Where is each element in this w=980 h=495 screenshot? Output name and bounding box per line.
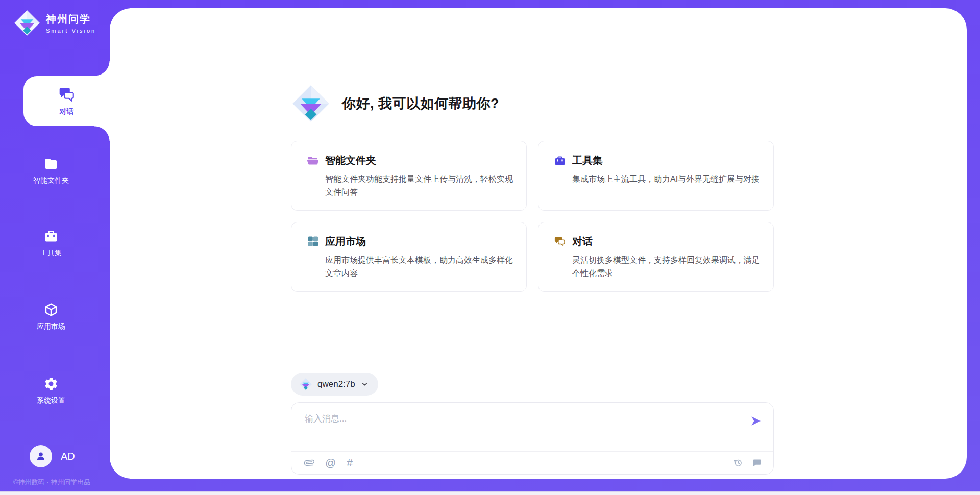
composer-toolbar: @ # bbox=[304, 452, 762, 474]
toolbox-icon bbox=[554, 155, 566, 167]
greeting-text: 你好, 我可以如何帮助你? bbox=[342, 94, 499, 113]
attachment-icon[interactable] bbox=[304, 457, 314, 468]
brand-logo-icon bbox=[13, 9, 41, 37]
card-title: 工具集 bbox=[572, 154, 603, 167]
feature-card-toolbox[interactable]: 工具集 集成市场上主流工具，助力AI与外界无缝扩展与对接 bbox=[538, 141, 774, 211]
footer-credit: ©神州数码 · 神州问学出品 bbox=[13, 478, 90, 487]
sidebar-item-label: 工具集 bbox=[40, 249, 62, 258]
brand[interactable]: 神州问学 Smart Vision bbox=[13, 9, 96, 37]
brand-name: 神州问学 bbox=[46, 12, 96, 26]
gear-icon bbox=[43, 376, 59, 391]
sidebar-item-label: 对话 bbox=[60, 107, 74, 116]
history-icon[interactable] bbox=[732, 457, 743, 468]
person-icon bbox=[34, 450, 47, 463]
sidebar-item-settings[interactable]: 系统设置 bbox=[18, 376, 84, 405]
sidebar-item-label: 系统设置 bbox=[37, 396, 65, 405]
chat-icon bbox=[554, 235, 566, 247]
card-description: 智能文件夹功能支持批量文件上传与清洗，轻松实现文件问答 bbox=[325, 172, 513, 199]
feature-card-app-market[interactable]: 应用市场 应用市场提供丰富长文本模板，助力高效生成多样化文章内容 bbox=[291, 222, 527, 292]
card-description: 灵活切换多模型文件，支持多样回复效果调试，满足个性化需求 bbox=[572, 254, 760, 280]
feature-card-smart-folder[interactable]: 智能文件夹 智能文件夹功能支持批量文件上传与清洗，轻松实现文件问答 bbox=[291, 141, 527, 211]
sidebar-item-label: 智能文件夹 bbox=[33, 176, 69, 185]
chat-icon bbox=[58, 86, 76, 103]
card-description: 应用市场提供丰富长文本模板，助力高效生成多样化文章内容 bbox=[325, 254, 513, 280]
send-button[interactable] bbox=[749, 415, 763, 429]
assistant-logo-icon bbox=[291, 84, 331, 123]
chevron-down-icon bbox=[360, 380, 369, 388]
model-logo-icon bbox=[299, 378, 312, 391]
folder-icon bbox=[43, 156, 59, 171]
grid-icon bbox=[307, 235, 319, 247]
brand-subtitle: Smart Vision bbox=[46, 28, 96, 34]
hash-icon[interactable]: # bbox=[347, 457, 353, 468]
window-bottom-edge bbox=[0, 491, 980, 495]
feedback-message-icon[interactable] bbox=[751, 457, 762, 468]
model-name: qwen2:7b bbox=[317, 379, 355, 389]
sidebar-item-toolbox[interactable]: 工具集 bbox=[18, 229, 84, 258]
user-initials: AD bbox=[61, 451, 75, 462]
message-input[interactable] bbox=[291, 403, 741, 449]
card-description: 集成市场上主流工具，助力AI与外界无缝扩展与对接 bbox=[572, 172, 760, 186]
sidebar: 神州问学 Smart Vision 对话 智能文件夹 工具集 应用市场 bbox=[0, 0, 110, 495]
sidebar-item-smart-folder[interactable]: 智能文件夹 bbox=[18, 156, 84, 185]
composer: @ # bbox=[291, 402, 774, 475]
sidebar-item-chat[interactable]: 对话 bbox=[23, 76, 110, 126]
sidebar-item-label: 应用市场 bbox=[37, 322, 65, 331]
mention-icon[interactable]: @ bbox=[325, 457, 336, 468]
model-selector[interactable]: qwen2:7b bbox=[291, 373, 378, 396]
cube-icon bbox=[43, 302, 59, 317]
feature-cards: 智能文件夹 智能文件夹功能支持批量文件上传与清洗，轻松实现文件问答 工具集 集成… bbox=[291, 141, 774, 292]
user-profile[interactable]: AD bbox=[30, 445, 75, 467]
avatar bbox=[30, 445, 52, 467]
greeting-row: 你好, 我可以如何帮助你? bbox=[291, 84, 774, 123]
main-panel: 你好, 我可以如何帮助你? 智能文件夹 智能文件夹功能支持批量文件上传与清洗，轻… bbox=[110, 8, 967, 479]
card-title: 应用市场 bbox=[325, 235, 366, 249]
folder-icon bbox=[307, 155, 319, 167]
send-icon bbox=[750, 415, 762, 427]
card-title: 智能文件夹 bbox=[325, 154, 376, 167]
toolbox-icon bbox=[43, 229, 59, 244]
feature-card-chat[interactable]: 对话 灵活切换多模型文件，支持多样回复效果调试，满足个性化需求 bbox=[538, 222, 774, 292]
card-title: 对话 bbox=[572, 235, 593, 249]
sidebar-item-app-market[interactable]: 应用市场 bbox=[18, 302, 84, 331]
